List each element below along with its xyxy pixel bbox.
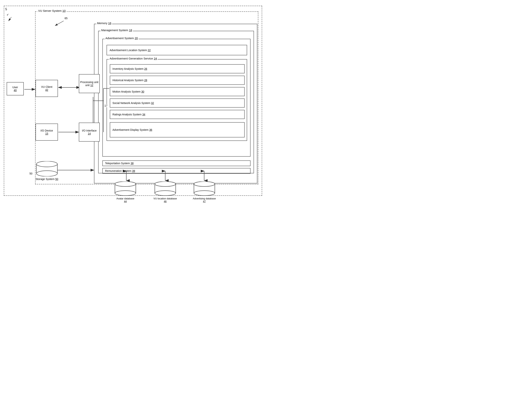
ratings-box: Ratings Analysis System 34 bbox=[110, 110, 245, 119]
mgmt-label: Management System 18 bbox=[100, 29, 133, 32]
avatar-db-svg bbox=[114, 181, 137, 196]
storage-system-container: Storage System 50 bbox=[35, 161, 58, 181]
vu-location-db-label: VU location database46 bbox=[153, 197, 177, 203]
remuneration-box: Remuneration System 39 bbox=[102, 168, 250, 174]
svg-point-27 bbox=[115, 181, 136, 187]
svg-point-34 bbox=[194, 191, 215, 196]
adv-location-box: Advertisement Location System 22 bbox=[106, 45, 247, 55]
mgmt-system-box: Management System 18 Advertisement Syste… bbox=[98, 31, 254, 173]
storage-cylinder-svg bbox=[35, 161, 58, 176]
storage-label: Storage System 50 bbox=[35, 178, 58, 181]
diagram-container: 5 ↙ VU Server System 10 65 Memory 16 Man… bbox=[0, 0, 266, 203]
adv-system-box: Advertisement System 20 Advertisement Lo… bbox=[102, 39, 250, 157]
io-interface-box: I/O Interface 14 bbox=[79, 123, 100, 142]
ref-5-arrow: ↙ bbox=[7, 13, 9, 16]
ref-65-label: 65 bbox=[64, 17, 68, 20]
advertising-db-svg bbox=[193, 181, 216, 196]
svg-point-35 bbox=[194, 181, 215, 187]
vu-client-box: VU Client 42 bbox=[35, 80, 58, 97]
adv-gen-label: Advertisement Generation Service 24 bbox=[109, 57, 158, 60]
svg-point-26 bbox=[115, 191, 136, 196]
svg-point-22 bbox=[36, 171, 57, 176]
motion-box: Motion Analysis System 30 bbox=[110, 87, 245, 96]
avatar-db-label: Avatar database44 bbox=[114, 197, 137, 203]
svg-point-31 bbox=[155, 181, 176, 187]
vu-location-db-svg bbox=[154, 181, 177, 196]
advertising-db-container: Advertising database47 bbox=[193, 181, 216, 203]
historical-box: Historical Analysis System 28 bbox=[110, 76, 245, 85]
user-box: User 40 bbox=[7, 82, 24, 95]
advertising-db-label: Advertising database47 bbox=[193, 197, 216, 203]
teleportation-box: Teleportation System 38 bbox=[102, 160, 250, 166]
adv-gen-box: Advertisement Generation Service 24 Inve… bbox=[106, 59, 247, 141]
ref-5-label: 5 bbox=[5, 7, 7, 11]
memory-label: Memory 16 bbox=[96, 22, 112, 25]
social-box: Social Network Analysis System 32 bbox=[110, 98, 245, 108]
ref-17-label: 17 bbox=[105, 104, 107, 107]
vu-location-db-container: VU location database46 bbox=[153, 181, 177, 203]
processing-unit-box: Processing unit unit 12 bbox=[79, 74, 100, 93]
svg-point-23 bbox=[36, 161, 57, 167]
svg-point-30 bbox=[155, 191, 176, 196]
avatar-db-container: Avatar database44 bbox=[114, 181, 137, 203]
adv-display-box: Advertisement Display System 36 bbox=[110, 122, 245, 138]
inventory-box: Inventory Analysis System 26 bbox=[110, 64, 245, 73]
adv-system-label: Advertisement System 20 bbox=[105, 36, 139, 40]
memory-box: Memory 16 Management System 18 Advertise… bbox=[94, 24, 257, 183]
io-device-box: I/O Device 15 bbox=[35, 123, 58, 141]
vu-server-label: VU Server System 10 bbox=[37, 9, 66, 12]
ref-50-label: 50 bbox=[29, 172, 32, 175]
